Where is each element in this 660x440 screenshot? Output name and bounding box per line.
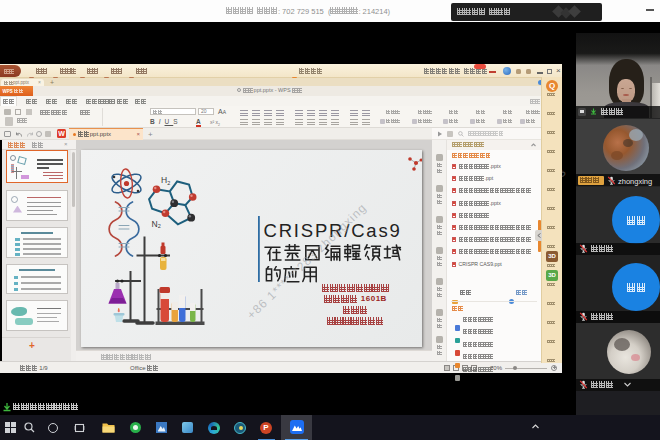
svg-text:N2: N2 [151,218,160,229]
svg-text:H2: H2 [161,175,170,186]
